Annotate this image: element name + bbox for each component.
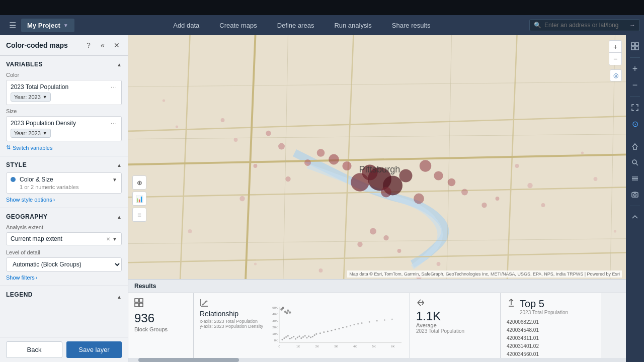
search-toolbar-button[interactable] [628,155,642,169]
layers-button[interactable] [628,171,642,186]
svg-text:Pittsburgh: Pittsburgh [359,164,400,174]
svg-line-133 [418,303,421,306]
right-toolbar: + − ⊙ [626,35,644,362]
level-of-detail-select[interactable]: Automatic (Block Groups) [6,257,122,272]
svg-point-92 [285,336,287,338]
back-button[interactable]: Back [6,341,62,358]
relationship-content: Relationship x-axis: 2023 Total Populati… [200,298,404,357]
geography-collapse-icon[interactable]: ▲ [117,214,122,220]
geography-section: Geography ▲ Analysis extent Current map … [0,208,128,286]
svg-point-105 [310,337,311,338]
zoom-controls: + − [609,40,622,65]
svg-point-128 [376,320,378,321]
svg-point-113 [335,329,336,330]
color-variable-header: 2023 Total Population ··· [11,83,117,90]
svg-point-118 [287,309,289,312]
hamburger-icon[interactable]: ☰ [4,21,21,30]
svg-point-53 [176,125,178,128]
top5-title: Top 5 [520,298,568,310]
location-toolbar-button[interactable]: ⊙ [628,117,642,131]
color-year-badge[interactable]: Year: 2023 ▼ [11,93,51,102]
color-year-select: Year: 2023 ▼ [11,93,117,102]
svg-point-55 [581,151,584,154]
fullscreen-button[interactable] [628,101,642,115]
style-header: Style ▲ [6,161,122,168]
top5-item-2: 420034548.01 [507,326,595,334]
nav-share-results[interactable]: Share results [382,15,441,35]
top5-item-4: 420031401.02 [507,342,595,350]
chart-tool-button[interactable]: 📊 [132,192,146,206]
svg-line-145 [636,163,638,165]
results-scrollbar[interactable] [128,358,644,362]
legend-collapse-icon[interactable]: ▲ [117,294,122,300]
search-submit-icon[interactable]: → [629,22,635,29]
results-cards: 936 Block Groups [128,293,644,362]
expand-results-button[interactable] [628,210,642,224]
results-scrollbar-thumb[interactable] [138,358,239,362]
zoom-in-toolbar-button[interactable]: + [628,62,642,76]
search-input[interactable] [544,22,626,29]
analysis-extent-clear-icon[interactable]: ✕ [106,236,110,242]
results-panel: Results 936 Block Groups [128,279,644,362]
save-layer-button[interactable]: Save layer [66,341,122,358]
svg-point-123 [350,325,351,326]
results-header: Results [128,280,644,293]
location-button[interactable]: ◎ [610,69,622,81]
zoom-in-button[interactable]: + [609,41,621,53]
analysis-extent-select[interactable]: Current map extent ✕ ▼ [6,232,122,245]
color-variable-menu-icon[interactable]: ··· [111,83,117,90]
collapse-panel-icon[interactable]: « [98,40,108,50]
svg-point-126 [361,322,363,324]
zoom-out-button[interactable]: − [609,53,621,65]
size-label: Size [6,108,122,114]
svg-point-111 [327,331,329,332]
svg-point-56 [594,177,598,181]
map-area[interactable]: Pittsburgh Map data © Esri, TomTom, Garm… [128,35,644,362]
variables-collapse-icon[interactable]: ▲ [117,62,122,67]
block-groups-count: 936 [134,312,187,324]
nav-run-analysis[interactable]: Run analysis [324,15,381,35]
switch-variables-btn[interactable]: ⇅ Switch variables [6,144,122,151]
show-style-options-link[interactable]: Show style options › [6,197,122,203]
project-chevron-icon: ▼ [63,23,68,28]
switch-icon: ⇅ [6,144,11,151]
svg-rect-64 [139,299,143,302]
help-icon[interactable]: ? [84,40,94,50]
svg-point-95 [291,337,292,338]
svg-point-35 [461,189,468,196]
svg-point-29 [448,178,456,187]
size-variable-menu-icon[interactable]: ··· [111,120,117,127]
svg-point-103 [306,337,308,338]
home-button[interactable] [628,139,642,153]
screenshot-button[interactable] [628,188,642,202]
svg-point-97 [295,338,296,340]
project-selector[interactable]: My Project ▼ [21,19,74,32]
svg-point-24 [342,161,351,170]
svg-point-51 [437,262,441,266]
list-tool-button[interactable]: ≡ [132,208,146,222]
zoom-out-toolbar-button[interactable]: − [628,78,642,92]
nav-add-data[interactable]: Add data [163,15,209,35]
svg-point-115 [342,327,344,328]
show-filters-link[interactable]: Show filters › [6,275,122,281]
nav-create-maps[interactable]: Create maps [209,15,267,35]
svg-point-94 [289,338,291,339]
grid-view-button[interactable] [628,39,642,53]
svg-point-96 [293,336,294,337]
svg-point-110 [323,331,325,333]
svg-rect-63 [135,299,138,302]
svg-point-46 [527,183,532,188]
svg-rect-143 [635,47,638,50]
nav-define-areas[interactable]: Define areas [267,15,325,35]
svg-text:3K: 3K [334,345,338,348]
close-panel-icon[interactable]: ✕ [112,40,122,50]
svg-point-130 [391,318,393,320]
color-year-chevron-icon: ▼ [43,95,47,100]
size-variable-header: 2023 Population Density ··· [11,120,117,127]
magnifier-tool-button[interactable]: ⊕ [132,175,146,190]
analysis-extent-value-container: Current map extent [11,235,62,242]
block-groups-icon [134,298,187,309]
style-collapse-icon[interactable]: ▲ [117,162,122,168]
size-year-badge[interactable]: Year: 2023 ▼ [11,129,51,138]
search-bar[interactable]: 🔍 → [529,19,640,31]
